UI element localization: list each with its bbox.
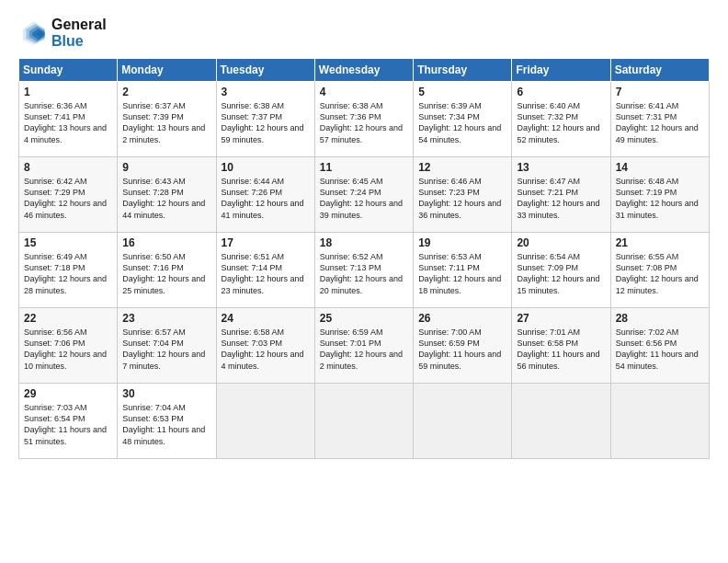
day-number: 6: [517, 86, 605, 98]
table-row: 17Sunrise: 6:51 AMSunset: 7:14 PMDayligh…: [216, 233, 314, 308]
table-row: 26Sunrise: 7:00 AMSunset: 6:59 PMDayligh…: [414, 308, 512, 384]
table-row: 20Sunrise: 6:54 AMSunset: 7:09 PMDayligh…: [512, 233, 610, 308]
day-info: Sunrise: 6:51 AMSunset: 7:14 PMDaylight:…: [222, 251, 310, 296]
table-row: [414, 384, 512, 459]
day-info: Sunrise: 7:01 AMSunset: 6:58 PMDaylight:…: [517, 327, 605, 372]
day-info: Sunrise: 6:40 AMSunset: 7:32 PMDaylight:…: [517, 100, 605, 145]
day-info: Sunrise: 6:52 AMSunset: 7:13 PMDaylight:…: [320, 251, 408, 296]
col-saturday: Saturday: [610, 59, 709, 82]
day-info: Sunrise: 6:50 AMSunset: 7:16 PMDaylight:…: [122, 251, 210, 296]
table-row: 19Sunrise: 6:53 AMSunset: 7:11 PMDayligh…: [414, 233, 512, 308]
table-row: 9Sunrise: 6:43 AMSunset: 7:28 PMDaylight…: [118, 157, 216, 233]
table-row: 30Sunrise: 7:04 AMSunset: 6:53 PMDayligh…: [118, 384, 216, 459]
day-info: Sunrise: 6:37 AMSunset: 7:39 PMDaylight:…: [122, 100, 210, 145]
day-number: 23: [122, 312, 210, 325]
table-row: 6Sunrise: 6:40 AMSunset: 7:32 PMDaylight…: [512, 82, 610, 157]
day-number: 18: [320, 236, 408, 249]
day-info: Sunrise: 6:44 AMSunset: 7:26 PMDaylight:…: [222, 176, 310, 221]
header-row: Sunday Monday Tuesday Wednesday Thursday…: [19, 59, 710, 82]
day-info: Sunrise: 7:04 AMSunset: 6:53 PMDaylight:…: [122, 402, 210, 447]
day-number: 12: [418, 161, 506, 174]
table-row: 1Sunrise: 6:36 AMSunset: 7:41 PMDaylight…: [19, 82, 118, 157]
calendar-row: 29Sunrise: 7:03 AMSunset: 6:54 PMDayligh…: [19, 384, 710, 459]
day-info: Sunrise: 6:53 AMSunset: 7:11 PMDaylight:…: [418, 251, 506, 296]
table-row: 23Sunrise: 6:57 AMSunset: 7:04 PMDayligh…: [118, 308, 216, 384]
table-row: 7Sunrise: 6:41 AMSunset: 7:31 PMDaylight…: [610, 82, 709, 157]
table-row: 25Sunrise: 6:59 AMSunset: 7:01 PMDayligh…: [314, 308, 413, 384]
day-number: 4: [320, 86, 408, 98]
day-info: Sunrise: 6:59 AMSunset: 7:01 PMDaylight:…: [320, 327, 408, 372]
day-info: Sunrise: 6:38 AMSunset: 7:37 PMDaylight:…: [222, 100, 310, 145]
day-number: 29: [24, 387, 112, 400]
day-number: 20: [517, 236, 605, 249]
table-row: 8Sunrise: 6:42 AMSunset: 7:29 PMDaylight…: [19, 157, 118, 233]
day-info: Sunrise: 6:56 AMSunset: 7:06 PMDaylight:…: [24, 327, 112, 372]
day-number: 7: [616, 86, 704, 98]
day-number: 2: [122, 86, 210, 98]
day-number: 1: [24, 86, 112, 98]
day-info: Sunrise: 6:48 AMSunset: 7:19 PMDaylight:…: [616, 176, 704, 221]
day-info: Sunrise: 6:41 AMSunset: 7:31 PMDaylight:…: [616, 100, 704, 145]
calendar-row: 15Sunrise: 6:49 AMSunset: 7:18 PMDayligh…: [19, 233, 710, 308]
table-row: 10Sunrise: 6:44 AMSunset: 7:26 PMDayligh…: [216, 157, 314, 233]
day-number: 21: [616, 236, 704, 249]
day-info: Sunrise: 6:55 AMSunset: 7:08 PMDaylight:…: [616, 251, 704, 296]
col-wednesday: Wednesday: [314, 59, 413, 82]
day-number: 5: [418, 86, 506, 98]
day-info: Sunrise: 6:36 AMSunset: 7:41 PMDaylight:…: [24, 100, 112, 145]
logo-icon: [18, 18, 48, 48]
day-number: 10: [222, 161, 310, 174]
day-info: Sunrise: 7:00 AMSunset: 6:59 PMDaylight:…: [418, 327, 506, 372]
calendar-row: 22Sunrise: 6:56 AMSunset: 7:06 PMDayligh…: [19, 308, 710, 384]
day-number: 26: [418, 312, 506, 325]
calendar-body: 1Sunrise: 6:36 AMSunset: 7:41 PMDaylight…: [19, 82, 710, 459]
day-info: Sunrise: 6:47 AMSunset: 7:21 PMDaylight:…: [517, 176, 605, 221]
day-number: 9: [122, 161, 210, 174]
day-number: 30: [122, 387, 210, 400]
day-info: Sunrise: 6:46 AMSunset: 7:23 PMDaylight:…: [418, 176, 506, 221]
table-row: 21Sunrise: 6:55 AMSunset: 7:08 PMDayligh…: [610, 233, 709, 308]
table-row: 3Sunrise: 6:38 AMSunset: 7:37 PMDaylight…: [216, 82, 314, 157]
day-number: 16: [122, 236, 210, 249]
day-number: 8: [24, 161, 112, 174]
table-row: 5Sunrise: 6:39 AMSunset: 7:34 PMDaylight…: [414, 82, 512, 157]
col-sunday: Sunday: [19, 59, 118, 82]
day-info: Sunrise: 6:58 AMSunset: 7:03 PMDaylight:…: [222, 327, 310, 372]
day-info: Sunrise: 6:42 AMSunset: 7:29 PMDaylight:…: [24, 176, 112, 221]
logo: General Blue: [18, 17, 107, 49]
table-row: [314, 384, 413, 459]
calendar-row: 8Sunrise: 6:42 AMSunset: 7:29 PMDaylight…: [19, 157, 710, 233]
table-row: [610, 384, 709, 459]
day-number: 14: [616, 161, 704, 174]
table-row: 16Sunrise: 6:50 AMSunset: 7:16 PMDayligh…: [118, 233, 216, 308]
table-row: 4Sunrise: 6:38 AMSunset: 7:36 PMDaylight…: [314, 82, 413, 157]
page: General Blue Sunday Monday Tuesday Wedne…: [0, 0, 728, 563]
table-row: 15Sunrise: 6:49 AMSunset: 7:18 PMDayligh…: [19, 233, 118, 308]
day-info: Sunrise: 6:39 AMSunset: 7:34 PMDaylight:…: [418, 100, 506, 145]
table-row: 11Sunrise: 6:45 AMSunset: 7:24 PMDayligh…: [314, 157, 413, 233]
table-row: [512, 384, 610, 459]
calendar-table: Sunday Monday Tuesday Wednesday Thursday…: [18, 58, 710, 459]
day-info: Sunrise: 6:57 AMSunset: 7:04 PMDaylight:…: [122, 327, 210, 372]
table-row: [216, 384, 314, 459]
table-row: 12Sunrise: 6:46 AMSunset: 7:23 PMDayligh…: [414, 157, 512, 233]
col-thursday: Thursday: [414, 59, 512, 82]
table-row: 22Sunrise: 6:56 AMSunset: 7:06 PMDayligh…: [19, 308, 118, 384]
header: General Blue: [18, 17, 710, 49]
day-info: Sunrise: 7:03 AMSunset: 6:54 PMDaylight:…: [24, 402, 112, 447]
day-number: 22: [24, 312, 112, 325]
table-row: 29Sunrise: 7:03 AMSunset: 6:54 PMDayligh…: [19, 384, 118, 459]
table-row: 13Sunrise: 6:47 AMSunset: 7:21 PMDayligh…: [512, 157, 610, 233]
day-info: Sunrise: 6:38 AMSunset: 7:36 PMDaylight:…: [320, 100, 408, 145]
table-row: 18Sunrise: 6:52 AMSunset: 7:13 PMDayligh…: [314, 233, 413, 308]
day-number: 15: [24, 236, 112, 249]
col-friday: Friday: [512, 59, 610, 82]
day-number: 17: [222, 236, 310, 249]
col-monday: Monday: [118, 59, 216, 82]
day-info: Sunrise: 7:02 AMSunset: 6:56 PMDaylight:…: [616, 327, 704, 372]
day-info: Sunrise: 6:54 AMSunset: 7:09 PMDaylight:…: [517, 251, 605, 296]
calendar-row: 1Sunrise: 6:36 AMSunset: 7:41 PMDaylight…: [19, 82, 710, 157]
day-number: 13: [517, 161, 605, 174]
table-row: 24Sunrise: 6:58 AMSunset: 7:03 PMDayligh…: [216, 308, 314, 384]
logo-text: General Blue: [51, 17, 107, 49]
